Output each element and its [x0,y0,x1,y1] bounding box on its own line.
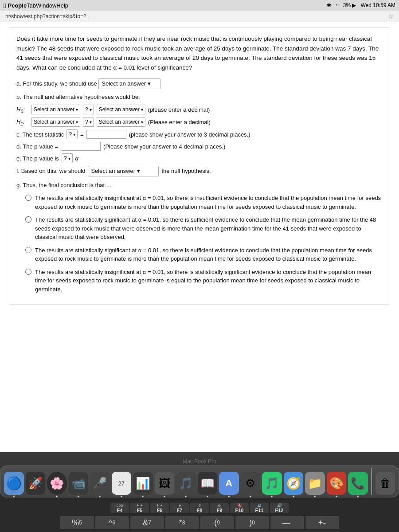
key-pct[interactable]: %5 [60,516,94,530]
h1-label: H1: [16,117,29,127]
part-e-text: e. The p-value is [16,154,59,163]
pvalue-compare-select[interactable]: ? [62,153,73,163]
part-c-suffix: (please show your answer to 3 decimal pl… [129,130,250,139]
dock-icon-record[interactable]: 🎤 [90,472,110,495]
select-answer-f[interactable]: Select an answer [88,166,159,176]
key-f6[interactable]: ✦✦ F6 [150,503,169,514]
menubar-status: ✱ ≈ 3% ▶ Wed 10:59 AM [327,2,395,8]
battery-status: 3% ▶ [343,2,356,8]
part-e-row: e. The p-value is ? α [16,153,383,163]
part-a: a. For this study, we should use Select … [16,78,383,89]
dock-icon-acrobat[interactable]: A [219,472,239,495]
part-d-row: d. The p-value = (Please show your answe… [16,142,383,151]
radio-option-3: The results are statistically significan… [25,246,383,263]
menubar:  People Tab Window Help ✱ ≈ 3% ▶ Wed 10… [0,0,399,11]
num-key-row: %5 ^6 &7 *8 (9 )0 —- += [0,515,399,531]
macbook-label: Mac Book Pro [0,458,399,465]
wifi-icon: ≈ [336,2,339,8]
dock-icon-facetime[interactable]: 📹 [69,472,89,495]
h1-select-2[interactable]: Select an answer [97,117,145,127]
fn-key-row: ooo F4 ✦✦ F5 ✦✦ F6 ⏮ F7 ⏸ F8 ⏭ F9 🔇 F10 … [0,501,399,515]
radio-text-4: The results are statistically insignific… [35,268,383,294]
h0-select-2[interactable]: Select an answer [97,105,145,114]
radio-circle-3[interactable] [25,247,31,253]
h1-question-mark[interactable]: ? [83,117,94,127]
key-lparen[interactable]: (9 [200,516,234,530]
radio-option-2: The results are statistically significan… [25,215,383,242]
radio-circle-1[interactable] [25,195,31,201]
key-f9[interactable]: ⏭ F9 [210,503,229,514]
question-text: Does it take more time for seeds to germ… [16,34,383,72]
radio-circle-2[interactable] [25,216,31,223]
dock-area: Mac Book Pro 🔵 🚀 🌸 📹 🎤 [0,452,399,501]
equals-sign: = [80,130,84,139]
key-f10[interactable]: 🔇 F10 [230,503,249,514]
test-stat-select[interactable]: ? [66,129,78,139]
key-f8[interactable]: ⏸ F8 [190,503,209,514]
key-plus[interactable]: += [305,516,339,530]
dock-icon-books[interactable]: 📖 [198,472,218,495]
bookmark-icon[interactable]: ☆ [388,13,394,20]
h0-row: H0: Select an answer ? Select an answer … [16,105,383,114]
radio-option-4: The results are statistically insignific… [25,268,383,294]
test-stat-input[interactable] [86,130,126,139]
key-amp[interactable]: &7 [130,516,164,530]
radio-text-3: The results are statistically significan… [35,246,383,263]
key-f7[interactable]: ⏮ F7 [170,503,189,514]
select-answer-a[interactable]: Select an answer [98,78,160,89]
dock-icon-preview[interactable]: 🖼 [155,472,175,495]
apple-icon:  [4,2,6,9]
menubar-help[interactable]: Help [56,2,68,9]
pvalue-input[interactable] [61,142,101,151]
dock-icon-launchpad[interactable]: 🚀 [26,472,46,495]
dock-icon-safari[interactable]: 🧭 [284,472,304,495]
key-f4[interactable]: ooo F4 [110,503,129,514]
menubar-tab[interactable]: Tab [27,2,36,9]
h1-select-1[interactable]: Select an answer [31,117,80,127]
dock-icon-music[interactable]: 🎵 [176,472,196,495]
h1-row: H1: Select an answer ? Select an answer … [16,117,383,127]
part-e-alpha: α [75,154,78,163]
part-f-row: f. Based on this, we should Select an an… [16,166,383,176]
key-rparen[interactable]: )0 [235,516,269,530]
dock-icon-spotify[interactable]: 🎵 [262,472,282,495]
dock-icon-files[interactable]: 📁 [305,472,325,495]
key-f5[interactable]: ✦✦ F5 [130,503,149,514]
radio-option-1: The results are statistically insignific… [25,194,383,211]
dock-icon-finder[interactable]: 🔵 [4,472,24,495]
menubar-people[interactable]: People [8,2,27,9]
question-block: Does it take more time for seeds to germ… [9,27,390,305]
key-f12[interactable]: 🔊 F12 [270,503,289,514]
part-c-text: c. The test statistic [16,130,64,139]
radio-text-2: The results are statistically significan… [35,215,383,242]
dock-icon-phone[interactable]: 📞 [348,472,368,495]
clock: Wed 10:59 AM [361,2,396,8]
part-d-text: d. The p-value = [16,142,58,151]
menubar-window[interactable]: Window [36,2,56,9]
dock-icon-paint[interactable]: 🎨 [327,472,347,495]
part-c-row: c. The test statistic ? = (please show y… [16,129,383,139]
url-text: nt/showtest.php?action=skip&to=2 [5,13,86,20]
part-a-text: a. For this study, we should use [16,80,97,87]
dock-icon-cog[interactable]: ⚙ [241,472,261,495]
url-bar: nt/showtest.php?action=skip&to=2 ☆ [0,11,399,22]
radio-circle-4[interactable] [25,269,31,275]
key-dash[interactable]: —- [270,516,304,530]
keyboard-area: ooo F4 ✦✦ F5 ✦✦ F6 ⏮ F7 ⏸ F8 ⏭ F9 🔇 F10 … [0,501,399,532]
h0-decimal-hint: (please enter a decimal) [148,106,210,114]
dock-icon-trash[interactable]: 🗑 [376,472,395,495]
key-ast[interactable]: *8 [165,516,199,530]
bluetooth-icon: ✱ [327,2,331,8]
h0-select-1[interactable]: Select an answer [31,105,80,114]
dock-icon-photos[interactable]: 🌸 [47,472,67,495]
radio-text-1: The results are statistically insignific… [35,194,383,211]
dock-icon-numbers[interactable]: 📊 [133,472,153,495]
dock-icon-calendar[interactable]: 27 [112,472,132,495]
page-content: Does it take more time for seeds to germ… [0,22,399,452]
h0-question-mark[interactable]: ? [83,105,94,114]
key-f11[interactable]: 🔉 F11 [250,503,269,514]
part-f-text: f. Based on this, we should [16,167,85,176]
dock: 🔵 🚀 🌸 📹 🎤 27 📊 [0,466,399,497]
h1-decimal-hint: (Please enter a decimal) [148,118,211,127]
key-caret[interactable]: ^6 [95,516,129,530]
